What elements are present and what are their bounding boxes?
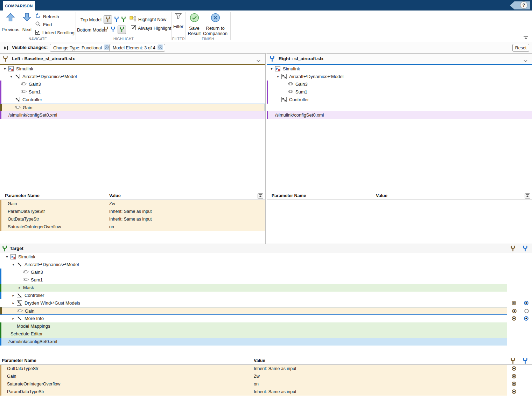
subsystem-icon <box>17 293 22 298</box>
caret-down-icon[interactable]: ▾ <box>270 65 274 72</box>
tree-row[interactable]: ▾Aircraft↵Dynamics↵Model <box>0 73 265 81</box>
filter-pill-change-type[interactable]: Change Type: Functional <box>50 44 112 52</box>
tree-row[interactable]: /simulink/configSet0.xml <box>0 338 507 346</box>
choose-right-column-icon[interactable] <box>523 358 528 365</box>
tree-row[interactable]: ▸More Info <box>0 315 507 322</box>
tree-row[interactable]: ▸Dryden Wind↵Gust Models <box>0 299 507 307</box>
caret-right-icon[interactable]: ▸ <box>11 292 15 299</box>
tree-row[interactable]: ▾Simulink <box>267 65 532 73</box>
tree-row[interactable]: Gain3 <box>0 81 265 88</box>
subsystem-icon <box>15 97 20 103</box>
help-button[interactable]: ? <box>520 1 527 9</box>
merge-choice-radio-left-brown-filled[interactable] <box>511 374 517 380</box>
choose-right-column-icon[interactable] <box>523 245 528 253</box>
merge-left-icon <box>3 56 8 63</box>
caret-down-icon[interactable]: ▾ <box>9 73 13 80</box>
bottom-model-label: Bottom Model <box>77 27 102 33</box>
top-model-left-toggle[interactable] <box>104 15 112 24</box>
param-row[interactable]: GainZw <box>0 200 265 208</box>
reset-button[interactable]: Reset <box>512 44 529 52</box>
caret-down-icon[interactable]: ▾ <box>276 73 280 80</box>
caret-right-icon[interactable]: ▸ <box>18 284 22 291</box>
caret-down-icon[interactable]: ▾ <box>11 261 15 268</box>
collapse-table-icon[interactable] <box>525 193 530 200</box>
chevron-down-icon[interactable] <box>523 58 528 64</box>
linked-scrolling-toggle[interactable]: Linked Scrolling <box>35 30 75 36</box>
tree-row[interactable]: Gain3 <box>0 269 507 276</box>
highlight-now-button[interactable]: Highlight Now <box>130 16 166 23</box>
choose-left-column-icon[interactable] <box>510 245 516 253</box>
tree-row-label: Controller <box>289 96 309 103</box>
tree-row-label: /simulink/configSet0.xml <box>8 111 57 119</box>
remove-filter-icon[interactable] <box>158 44 163 51</box>
merge-choice-radio-left-brown-filled[interactable] <box>511 366 517 372</box>
filter-pill-model-element[interactable]: Model Element: 3 of 4 <box>109 44 165 52</box>
tree-row[interactable]: ▸Mask <box>0 284 507 292</box>
tree-row[interactable]: Sum1 <box>0 88 265 96</box>
tree-row-label: Schedule Editor <box>10 330 43 337</box>
param-value: Zw <box>109 200 115 208</box>
block-icon <box>21 89 27 95</box>
param-row[interactable]: OutDataTypeStrInherit: Same as input <box>0 215 265 223</box>
tree-row[interactable]: Controller <box>267 96 532 104</box>
bottom-model-target-toggle[interactable] <box>118 26 126 34</box>
chevron-down-icon[interactable] <box>256 58 261 64</box>
param-row[interactable]: SaturateOnIntegerOverflowon <box>0 223 265 231</box>
right-pane-header[interactable]: Right : sl_aircraft.slx <box>267 53 532 65</box>
choose-left-column-icon[interactable] <box>510 358 516 365</box>
bottom-model-left-toggle[interactable] <box>104 27 108 33</box>
caret-down-icon[interactable]: ▾ <box>5 253 9 260</box>
merge-choice-radio-left-brown-filled[interactable] <box>511 381 517 388</box>
left-pane-header[interactable]: Left : Baseline_sl_aircraft.slx <box>0 53 265 65</box>
merge-choice-radio-right-gray-empty[interactable] <box>524 308 529 315</box>
collapse-filters-icon[interactable] <box>3 46 8 52</box>
tree-row[interactable]: Sum1 <box>267 88 532 96</box>
tab-comparison[interactable]: COMPARISON <box>3 1 35 11</box>
caret-right-icon[interactable]: ▸ <box>11 315 15 322</box>
tree-row[interactable]: Sum1 <box>0 276 507 284</box>
merge-choice-radio-left-brown-filled[interactable] <box>511 389 517 395</box>
param-row[interactable]: SaturateOnIntegerOverflowon <box>0 380 507 388</box>
previous-button[interactable]: Previous <box>1 13 20 32</box>
tree-row[interactable]: /simulink/configSet0.xml <box>267 111 532 119</box>
top-model-target-toggle[interactable] <box>121 16 126 23</box>
right-model-tree: ▾Simulink▾Aircraft↵Dynamics↵ModelGain3Su… <box>267 65 532 119</box>
tree-row[interactable]: Gain3 <box>267 81 532 88</box>
param-row[interactable]: ParamDataTypeStrInherit: Same as input <box>0 208 265 215</box>
merge-choice-radio-right-blue-filled[interactable] <box>524 316 529 322</box>
collapse-ribbon-icon[interactable] <box>523 36 529 41</box>
tree-row[interactable]: Controller <box>0 96 265 104</box>
tree-row[interactable]: /simulink/configSet0.xml <box>0 111 265 119</box>
tree-row[interactable]: Gain <box>0 104 265 111</box>
next-button[interactable]: Next <box>20 13 34 32</box>
tree-row[interactable]: ▾Aircraft↵Dynamics↵Model <box>267 73 532 81</box>
collapse-table-icon[interactable] <box>258 193 263 200</box>
find-button[interactable]: Find <box>35 21 52 28</box>
caret-down-icon[interactable]: ▾ <box>3 65 7 72</box>
always-highlight-toggle[interactable]: Always Highlight <box>131 25 171 31</box>
refresh-button[interactable]: Refresh <box>35 13 59 20</box>
top-model-right-toggle[interactable] <box>114 16 119 23</box>
tree-row-label: More Info <box>24 315 44 322</box>
merge-choice-radio-right-blue-filled[interactable] <box>524 300 529 307</box>
return-to-comparison-button[interactable]: Return to Comparison <box>202 13 228 36</box>
tree-row[interactable]: Schedule Editor <box>0 330 507 338</box>
save-result-button[interactable]: Save Result <box>186 13 203 36</box>
remove-filter-icon[interactable] <box>104 44 110 51</box>
merge-choice-radio-left-brown-filled[interactable] <box>511 300 517 307</box>
pane-divider[interactable] <box>265 53 266 244</box>
tree-row[interactable]: ▾Aircraft↵Dynamics↵Model <box>0 261 507 269</box>
caret-right-icon[interactable]: ▸ <box>11 299 15 307</box>
param-row[interactable]: OutDataTypeStrInherit: Same as input <box>0 365 507 372</box>
tree-row[interactable]: ▾Simulink <box>0 253 507 261</box>
merge-choice-radio-left-brown-filled[interactable] <box>512 308 517 315</box>
tree-row[interactable]: ▸Controller <box>0 292 507 299</box>
bottom-model-right-toggle[interactable] <box>111 27 115 33</box>
tree-row[interactable]: Gain <box>0 307 507 315</box>
tree-row[interactable]: ▾Simulink <box>0 65 265 73</box>
filter-button[interactable]: Filter <box>171 13 186 29</box>
param-row[interactable]: GainZw <box>0 372 507 380</box>
merge-choice-radio-left-brown-filled[interactable] <box>511 316 517 322</box>
param-row[interactable]: ParamDataTypeStrInherit: Same as input <box>0 388 507 396</box>
tree-row[interactable]: Model Mappings <box>0 322 507 330</box>
